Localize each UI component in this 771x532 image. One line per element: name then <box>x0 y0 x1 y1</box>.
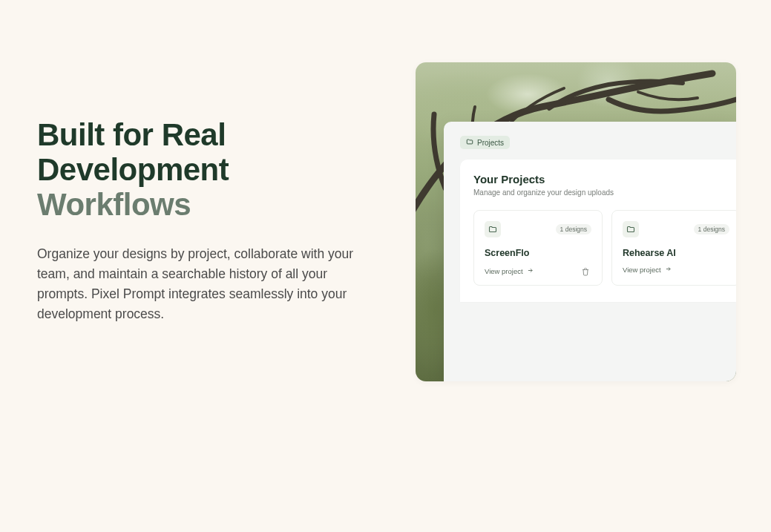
panel-title: Your Projects <box>473 173 723 185</box>
folder-icon <box>623 221 639 237</box>
project-title: ScreenFlo <box>485 248 591 258</box>
panel-subtitle: Manage and organize your design uploads <box>473 188 723 197</box>
hero-title-accent: Workflows <box>37 187 191 222</box>
arrow-right-icon <box>665 266 672 274</box>
project-title: Rehearse AI <box>623 248 729 258</box>
arrow-right-icon <box>527 267 534 275</box>
hero-title-line-2: Development <box>37 152 229 187</box>
breadcrumb-label: Projects <box>477 139 504 147</box>
projects-panel: Your Projects Manage and organize your d… <box>460 160 736 302</box>
hero-subtext: Organize your designs by project, collab… <box>37 244 356 325</box>
view-project-link[interactable]: View project <box>485 267 534 275</box>
breadcrumb-projects[interactable]: Projects <box>460 136 510 149</box>
hero-heading: Built for Real Development Workflows <box>37 117 356 222</box>
project-cards-row: 1 designs ScreenFlo View project <box>473 210 723 286</box>
designs-count-chip: 1 designs <box>694 224 729 234</box>
app-preview-window: Projects Your Projects Manage and organi… <box>444 122 736 381</box>
app-preview-frame: Projects Your Projects Manage and organi… <box>416 62 736 381</box>
view-project-label: View project <box>623 266 661 274</box>
project-card[interactable]: 1 designs Rehearse AI View project <box>611 210 736 286</box>
delete-project-button[interactable] <box>581 266 591 276</box>
project-card[interactable]: 1 designs ScreenFlo View project <box>473 210 603 286</box>
view-project-label: View project <box>485 267 523 275</box>
hero-title-line-1: Built for Real <box>37 117 226 152</box>
folder-icon <box>466 138 473 147</box>
folder-icon <box>485 221 501 237</box>
trash-icon <box>581 267 590 276</box>
view-project-link[interactable]: View project <box>623 266 672 274</box>
designs-count-chip: 1 designs <box>556 224 591 234</box>
